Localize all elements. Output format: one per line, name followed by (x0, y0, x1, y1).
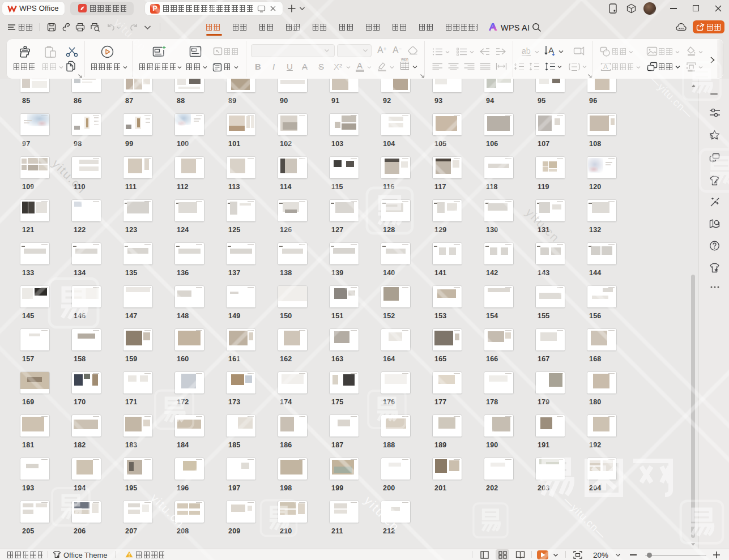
svg-text:A: A (603, 63, 608, 71)
